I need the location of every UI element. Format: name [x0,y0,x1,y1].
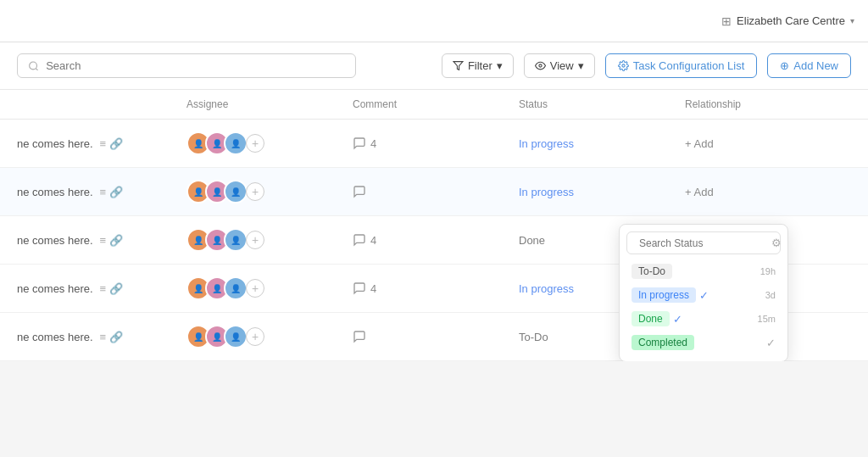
add-assignee-button[interactable]: + [246,279,264,298]
add-icon: + Add [685,186,714,198]
col-header-comment: Comment [353,98,519,110]
assignee-cell: 👤 👤 👤 + [186,325,353,348]
filter-chevron: ▾ [497,59,503,72]
add-assignee-button[interactable]: + [246,327,264,346]
comment-icon [353,281,366,295]
avatar: 👤 [224,180,248,203]
task-icons: ≡ 🔗 [100,282,124,295]
col-header-name [17,98,186,110]
table-row: ne comes here. ≡ 🔗 👤 👤 👤 + 4 In progress… [0,120,868,168]
check-icon-completed: ✓ [766,337,776,349]
gear-icon[interactable]: ⚙ [771,237,782,249]
comment-icon [353,185,366,198]
assignee-cell: 👤 👤 👤 + [186,228,353,252]
filter-label: Filter [468,59,492,72]
add-assignee-button[interactable]: + [246,231,264,249]
comment-icon [353,233,366,247]
link-icon[interactable]: 🔗 [109,137,123,150]
status-text: In progress [519,137,574,150]
task-name: ne comes here. ≡ 🔗 [17,331,186,343]
task-icons: ≡ 🔗 [100,331,124,343]
comment-icon [353,137,366,150]
task-text: ne comes here. [17,331,93,343]
table-header: Assignee Comment Status Relationship [0,90,868,120]
link-icon[interactable]: 🔗 [109,186,123,198]
dropdown-search-box: ⚙ [626,231,781,254]
comment-cell[interactable]: 4 [353,233,519,247]
comment-cell[interactable] [353,330,519,343]
add-assignee-button[interactable]: + [246,134,264,153]
task-name: ne comes here. ≡ 🔗 [17,137,186,150]
config-icon [618,60,629,71]
status-badge-completed: Completed [632,335,694,350]
link-icon[interactable]: 🔗 [109,282,123,295]
list-icon[interactable]: ≡ [100,331,107,343]
top-bar: ⊞ Elizabeth Care Centre ▾ [0,0,868,42]
view-chevron: ▾ [578,59,584,72]
config-label: Task Configuration List [633,59,745,72]
status-text: In progress [519,282,574,295]
filter-button[interactable]: Filter ▾ [442,53,514,78]
task-text: ne comes here. [17,282,93,295]
view-button[interactable]: View ▾ [524,53,595,78]
add-icon: + Add [685,137,714,150]
avatar: 👤 [224,276,248,300]
search-box[interactable] [17,53,356,78]
table-container: Assignee Comment Status Relationship ne … [0,90,868,361]
status-text: Done [519,234,545,247]
add-assignee-button[interactable]: + [246,182,264,201]
status-item-todo[interactable]: To-Do 19h [626,259,781,283]
list-icon[interactable]: ≡ [100,234,107,247]
comment-cell[interactable]: 4 [353,281,519,295]
add-new-label: Add New [793,59,838,72]
task-text: ne comes here. [17,186,93,198]
chevron-icon: ▾ [850,16,854,25]
task-icons: ≡ 🔗 [100,234,124,247]
list-icon[interactable]: ≡ [100,282,107,295]
comment-count: 4 [370,234,376,247]
status-cell[interactable]: In progress [519,137,685,150]
relationship-add[interactable]: + Add [685,186,851,198]
svg-marker-2 [453,62,463,70]
status-badge-inprogress: In progress [632,287,696,303]
task-icons: ≡ 🔗 [100,137,124,150]
task-name: ne comes here. ≡ 🔗 [17,186,186,198]
status-time-done: 15m [758,314,776,324]
org-selector[interactable]: ⊞ Elizabeth Care Centre ▾ [721,14,854,28]
filter-icon [453,60,464,71]
col-header-assignee: Assignee [186,98,353,110]
task-text: ne comes here. [17,234,93,247]
status-badge-todo: To-Do [632,264,672,279]
status-time-todo: 19h [760,266,776,276]
status-item-done[interactable]: Done ✓ 15m [626,307,781,331]
task-text: ne comes here. [17,137,93,150]
add-new-button[interactable]: ⊕ Add New [767,53,851,78]
comment-cell[interactable] [353,185,519,198]
status-cell[interactable]: In progress [519,186,685,198]
avatar: 👤 [224,131,248,155]
svg-point-4 [622,64,625,67]
task-icons: ≡ 🔗 [100,186,124,198]
view-label: View [550,59,574,72]
search-input[interactable] [46,59,345,72]
plus-icon: ⊕ [780,59,789,72]
check-icon-inprogress: ✓ [699,289,709,302]
link-icon[interactable]: 🔗 [109,234,123,247]
comment-cell[interactable]: 4 [353,137,519,150]
comment-count: 4 [370,282,376,295]
status-time-inprogress: 3d [765,290,776,300]
status-item-completed[interactable]: Completed ✓ [626,331,781,354]
link-icon[interactable]: 🔗 [109,331,123,343]
status-text: To-Do [519,331,548,343]
task-config-button[interactable]: Task Configuration List [605,53,758,78]
relationship-add[interactable]: + Add [685,137,851,150]
col-header-status: Status [519,98,685,110]
svg-point-3 [539,64,542,67]
list-icon[interactable]: ≡ [100,137,107,150]
toolbar: Filter ▾ View ▾ Task Configuration List … [0,42,868,90]
list-icon[interactable]: ≡ [100,186,107,198]
svg-point-0 [30,62,37,70]
status-search-input[interactable] [639,237,766,249]
org-name: Elizabeth Care Centre [737,14,845,27]
status-item-inprogress[interactable]: In progress ✓ 3d [626,283,781,307]
